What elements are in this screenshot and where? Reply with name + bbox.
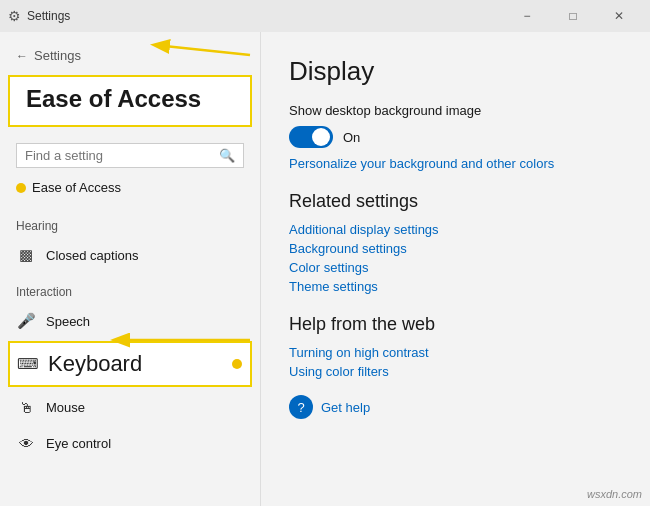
related-settings-heading: Related settings [289, 191, 622, 212]
display-section: Show desktop background image On Persona… [289, 103, 622, 171]
content-title: Display [289, 56, 622, 87]
watermark: wsxdn.com [587, 488, 642, 500]
toggle-thumb [312, 128, 330, 146]
nav-item-eye-control[interactable]: 👁 Eye control [0, 425, 260, 461]
nav-item-label-keyboard: Keyboard [48, 351, 142, 377]
speech-icon: 🎤 [16, 311, 36, 331]
search-icon: 🔍 [219, 148, 235, 163]
additional-display-link[interactable]: Additional display settings [289, 222, 622, 237]
eye-control-icon: 👁 [16, 433, 36, 453]
breadcrumb: Ease of Access [0, 176, 260, 207]
titlebar-left: ⚙ Settings [8, 8, 70, 24]
color-settings-link[interactable]: Color settings [289, 260, 622, 275]
mouse-icon: 🖱 [16, 397, 36, 417]
get-help-row[interactable]: ? Get help [289, 395, 622, 419]
breadcrumb-dot [16, 183, 26, 193]
maximize-button[interactable]: □ [550, 0, 596, 32]
theme-settings-link[interactable]: Theme settings [289, 279, 622, 294]
get-help-icon: ? [289, 395, 313, 419]
back-button[interactable]: ← Settings [16, 48, 244, 63]
personalize-link[interactable]: Personalize your background and other co… [289, 156, 622, 171]
back-label: Settings [34, 48, 81, 63]
content-panel: Display Show desktop background image On… [260, 32, 650, 506]
keyboard-icon: ⌨ [18, 354, 38, 374]
titlebar-title: Settings [27, 9, 70, 23]
search-input[interactable] [25, 148, 213, 163]
section-label-hearing: Hearing [0, 207, 260, 237]
high-contrast-link[interactable]: Turning on high contrast [289, 345, 622, 360]
sidebar-header: ← Settings [0, 32, 260, 75]
nav-item-closed-captions[interactable]: ▩ Closed captions [0, 237, 260, 273]
desktop-bg-toggle[interactable] [289, 126, 333, 148]
sidebar-title: Ease of Access [8, 75, 252, 127]
toggle-row: On [289, 126, 622, 148]
nav-item-speech[interactable]: 🎤 Speech [0, 303, 260, 339]
nav-item-keyboard[interactable]: ⌨ Keyboard [8, 341, 252, 387]
section-label-interaction: Interaction [0, 273, 260, 303]
get-help-link[interactable]: Get help [321, 400, 370, 415]
toggle-label: On [343, 130, 360, 145]
keyboard-active-dot [232, 359, 242, 369]
main-area: ← Settings Ease of Access 🔍 Ease of Acce… [0, 32, 650, 506]
desktop-bg-label: Show desktop background image [289, 103, 622, 118]
titlebar-controls: − □ ✕ [504, 0, 642, 32]
nav-item-label-eye-control: Eye control [46, 436, 111, 451]
nav-item-label-closed-captions: Closed captions [46, 248, 139, 263]
close-button[interactable]: ✕ [596, 0, 642, 32]
nav-item-mouse[interactable]: 🖱 Mouse [0, 389, 260, 425]
search-box[interactable]: 🔍 [16, 143, 244, 168]
closed-captions-icon: ▩ [16, 245, 36, 265]
color-filters-link[interactable]: Using color filters [289, 364, 622, 379]
minimize-button[interactable]: − [504, 0, 550, 32]
settings-icon: ⚙ [8, 8, 21, 24]
related-settings-section: Related settings Additional display sett… [289, 191, 622, 294]
nav-item-label-mouse: Mouse [46, 400, 85, 415]
help-section: Help from the web Turning on high contra… [289, 314, 622, 419]
titlebar: ⚙ Settings − □ ✕ [0, 0, 650, 32]
back-arrow-icon: ← [16, 49, 28, 63]
help-heading: Help from the web [289, 314, 622, 335]
background-settings-link[interactable]: Background settings [289, 241, 622, 256]
sidebar: ← Settings Ease of Access 🔍 Ease of Acce… [0, 32, 260, 506]
window: ⚙ Settings − □ ✕ ← Settings Ease of Acce… [0, 0, 650, 506]
nav-item-label-speech: Speech [46, 314, 90, 329]
